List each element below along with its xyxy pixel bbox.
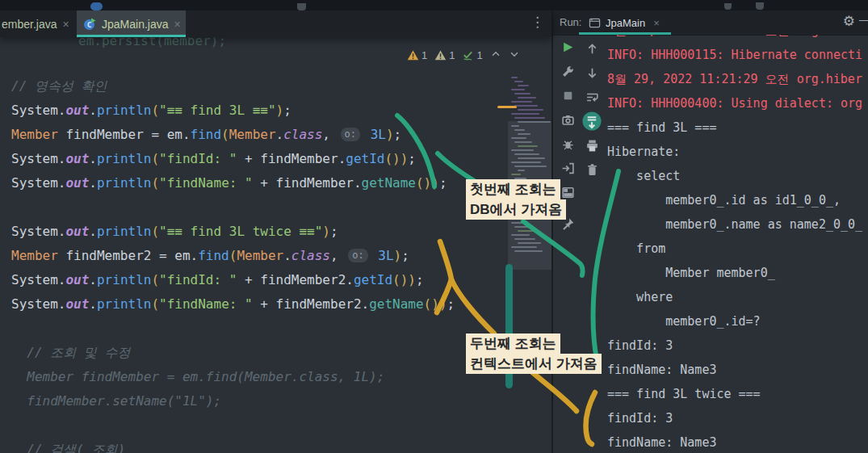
main-toolbar-strip — [0, 0, 868, 10]
console-output[interactable]: 8월 29, 2022 11:21:29 오전 org.hiberINFO: H… — [607, 35, 868, 453]
next-problem-icon[interactable] — [509, 48, 520, 63]
minimize-icon[interactable]: — — [859, 12, 868, 26]
inspection-widget[interactable]: 1 1 1 — [407, 48, 520, 63]
console-line: INFO: HHH000400: Using dialect: org — [607, 91, 868, 115]
code-line: Member findMember = em.find(Member.class… — [11, 123, 455, 147]
close-icon[interactable]: × — [62, 18, 69, 31]
console-line: Member member0_ — [607, 261, 868, 285]
up-icon[interactable] — [585, 36, 599, 61]
code-line: // 영속성 확인 — [11, 74, 455, 99]
editor-tab-bar: ember.java × C JpaMain.java × — [0, 10, 551, 37]
code-line: System.out.println("findName: " + findMe… — [11, 292, 455, 317]
editor-options-kebab-icon[interactable]: ⋮ — [530, 14, 544, 30]
close-icon[interactable]: × — [653, 17, 660, 29]
code-area[interactable]: // 영속성 확인System.out.println("≡≡ find 3L … — [11, 74, 455, 453]
weak-warning-badge[interactable]: 1 — [434, 49, 455, 61]
stop-icon[interactable] — [561, 83, 575, 107]
console-line: select — [607, 164, 868, 188]
console-line: where — [607, 285, 868, 309]
no-problems-badge[interactable]: 1 — [462, 49, 482, 61]
console-line: findName: Name3 — [607, 430, 868, 453]
console-line: member0_.name as name2_0_0_ — [607, 212, 868, 237]
run-tab-jpamain[interactable]: JpaMain × — [584, 10, 665, 35]
code-line: System.out.println("findId: " + findMemb… — [11, 268, 455, 292]
console-line: === find 3L twice === — [607, 382, 868, 406]
console-line: INFO: HHH000115: Hibernate connecti — [607, 43, 868, 67]
warning-icon — [407, 49, 419, 61]
ide-window: em.persist(member); ember.java × C JpaMa… — [0, 0, 868, 453]
tab-label: JpaMain.java — [102, 18, 169, 31]
run-tool-window: Run: JpaMain × ⚙ — 8월 29, 2022 11:21:29 … — [551, 10, 868, 453]
console-line: findName: Name3 — [607, 358, 868, 382]
warning-badge[interactable]: 1 — [407, 49, 427, 61]
console-line: from — [607, 237, 868, 261]
editor-pane: em.persist(member); ember.java × C JpaMa… — [0, 10, 551, 453]
gear-icon[interactable]: ⚙ — [843, 13, 855, 30]
console-toolbar — [580, 36, 604, 182]
code-line: // 조회 및 수정 — [11, 341, 455, 365]
close-icon[interactable]: × — [174, 18, 181, 31]
toolbar-icon-fragment — [90, 2, 103, 10]
code-line: System.out.println("findId: " + findMemb… — [11, 147, 455, 171]
caret-stripe-mark — [497, 106, 517, 108]
checkmark-icon — [462, 49, 474, 61]
snapshot-icon[interactable] — [561, 107, 575, 132]
class-run-icon: C — [83, 18, 96, 31]
code-line — [11, 413, 455, 438]
code-line: System.out.println("≡≡ find 3L ≡≡"); — [11, 99, 455, 123]
weak-warning-icon — [434, 49, 447, 61]
code-line: System.out.println("≡≡ find 3L twice ≡≡"… — [11, 220, 455, 244]
annotation-note-first-query: 첫번째 조회는 DB에서 가져옴 — [466, 179, 566, 220]
code-line: // 검색( 조회) — [11, 438, 455, 453]
debug-icon[interactable] — [561, 132, 575, 156]
run-label: Run: — [560, 10, 581, 35]
rerun-icon[interactable] — [561, 35, 575, 59]
run-tab-label: JpaMain — [606, 17, 645, 29]
code-line — [11, 317, 455, 341]
soft-wrap-icon[interactable] — [585, 85, 599, 109]
parameter-hint: o: — [348, 249, 367, 262]
run-header: Run: JpaMain × ⚙ — — [553, 10, 868, 36]
parameter-hint: o: — [341, 128, 360, 141]
attach-icon[interactable] — [561, 156, 575, 180]
console-line: 8월 29, 2022 11:21:29 오전 org.hiber — [607, 67, 868, 91]
console-line: member0_.id as id1_0_0_, — [607, 188, 868, 212]
console-line: member0_.id=? — [607, 309, 868, 333]
console-line: findId: 3 — [607, 333, 868, 358]
prev-problem-icon[interactable] — [490, 48, 501, 63]
tab-label: ember.java — [2, 18, 57, 31]
tab-member-java[interactable]: ember.java × — [0, 10, 69, 37]
svg-text:C: C — [87, 20, 92, 29]
console-line: findId: 3 — [607, 406, 868, 430]
console-icon — [589, 17, 601, 29]
code-line: System.out.println("findName: " + findMe… — [11, 171, 455, 195]
code-line: Member findMember2 = em.find(Member.clas… — [11, 244, 455, 268]
clear-icon[interactable] — [585, 157, 599, 182]
tab-jpamain-java[interactable]: C JpaMain.java × — [77, 10, 186, 37]
code-line — [11, 195, 455, 220]
scroll-end-icon[interactable] — [582, 109, 602, 133]
code-line: Member findMember = em.find(Member.class… — [11, 365, 455, 389]
settings-icon[interactable] — [561, 59, 575, 83]
console-line: === find 3L === — [607, 115, 868, 140]
console-line: 8월 29, 2022 11:21:29 오전 org.hiber — [607, 35, 868, 43]
down-icon[interactable] — [585, 61, 599, 85]
code-line: findMember.setName("1L"); — [11, 389, 455, 413]
toolbar-icon-fragment — [297, 3, 306, 10]
print-icon[interactable] — [585, 133, 599, 157]
console-line: Hibernate: — [607, 140, 868, 164]
toolbar-icon-fragment — [724, 3, 732, 10]
toolbar-icon-fragment — [756, 2, 764, 10]
annotation-note-second-query: 두번째 조회는 컨텍스트에서 가져옴 — [466, 333, 602, 374]
